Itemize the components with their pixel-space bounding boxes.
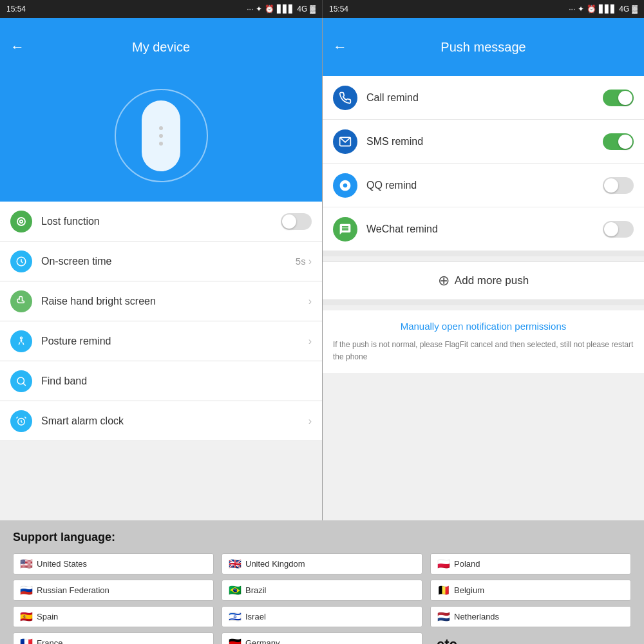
bluetooth-icon-r: ✦: [578, 5, 584, 14]
notification-description: If the push is not normal, please FlagFi…: [333, 340, 633, 361]
find-band-icon: [10, 370, 32, 392]
menu-item-smart-alarm[interactable]: Smart alarm clock ›: [0, 401, 322, 441]
gb-label: United Kingdom: [245, 559, 305, 569]
flag-france[interactable]: 🇫🇷 France: [13, 632, 214, 644]
menu-item-find-band[interactable]: Find band: [0, 361, 322, 401]
device-dot-3: [159, 142, 163, 146]
notification-section: Manually open notification permissions I…: [323, 310, 644, 373]
flag-russian-federation[interactable]: 🇷🇺 Russian Federation: [13, 580, 214, 601]
flag-germany[interactable]: 🇩🇪 Germany: [222, 632, 422, 644]
right-title: Push message: [440, 40, 526, 55]
wechat-remind-icon: [333, 217, 357, 242]
wechat-remind-label: WeChat remind: [366, 223, 603, 235]
push-item-wechat[interactable]: WeChat remind: [323, 207, 644, 251]
alarm-icon-r: ⏰: [587, 5, 596, 14]
es-label: Spain: [37, 612, 58, 621]
call-remind-toggle[interactable]: [603, 90, 634, 106]
flag-poland[interactable]: 🇵🇱 Poland: [430, 553, 631, 574]
us-flag-icon: 🇺🇸: [20, 558, 33, 570]
il-flag-icon: 🇮🇱: [229, 611, 242, 623]
bluetooth-icon: ✦: [256, 5, 262, 14]
posture-remind-icon: [10, 330, 32, 352]
section-divider-1: [323, 251, 644, 256]
smart-alarm-icon: [10, 410, 32, 432]
section-divider-2: [323, 300, 644, 305]
menu-item-lost-function[interactable]: Lost function: [0, 202, 322, 242]
right-status-bar: 15:54 ··· ✦ ⏰ ▋▋▋ 4G ▓: [322, 0, 644, 18]
battery-icon-r: ▓: [632, 5, 638, 14]
ru-label: Russian Federation: [37, 585, 109, 595]
flags-grid: 🇺🇸 United States 🇷🇺 Russian Federation 🇪…: [13, 553, 631, 644]
add-more-push-button[interactable]: ⊕ Add more push: [323, 261, 644, 300]
pl-flag-icon: 🇵🇱: [437, 558, 450, 570]
pl-label: Poland: [454, 559, 480, 569]
flags-column-3: 🇵🇱 Poland 🇧🇪 Belgium 🇳🇱 Netherlands etc: [430, 553, 631, 644]
push-item-qq[interactable]: QQ remind: [323, 164, 644, 207]
flags-column-1: 🇺🇸 United States 🇷🇺 Russian Federation 🇪…: [13, 553, 214, 644]
left-status-bar: 15:54 ··· ✦ ⏰ ▋▋▋ 4G ▓: [0, 0, 322, 18]
right-back-button[interactable]: ←: [333, 39, 347, 55]
dots-icon: ···: [247, 5, 253, 14]
lost-function-label: Lost function: [41, 216, 281, 227]
smart-alarm-label: Smart alarm clock: [41, 415, 308, 427]
find-band-label: Find band: [41, 375, 312, 387]
menu-item-posture-remind[interactable]: Posture remind ›: [0, 321, 322, 361]
flag-spain[interactable]: 🇪🇸 Spain: [13, 606, 214, 627]
lost-function-icon: [10, 211, 32, 232]
de-flag-icon: 🇩🇪: [229, 637, 242, 644]
on-screen-time-icon: [10, 251, 32, 272]
flag-netherlands[interactable]: 🇳🇱 Netherlands: [430, 606, 631, 627]
device-dot-2: [159, 134, 163, 138]
left-header: ← My device: [0, 18, 322, 76]
il-label: Israel: [245, 612, 266, 621]
add-more-push-label: Add more push: [455, 274, 529, 287]
device-inner: [142, 100, 180, 171]
sms-remind-label: SMS remind: [366, 136, 603, 147]
raise-hand-label: Raise hand bright screen: [41, 296, 308, 307]
on-screen-time-label: On-screen time: [41, 256, 296, 267]
device-circle: [115, 89, 208, 182]
network-icon-r: 4G: [619, 5, 629, 14]
us-label: United States: [37, 559, 87, 569]
wechat-remind-toggle[interactable]: [603, 221, 634, 238]
notification-link[interactable]: Manually open notification permissions: [333, 321, 634, 332]
menu-item-raise-hand[interactable]: Raise hand bright screen ›: [0, 281, 322, 321]
right-header: ← Push message: [323, 18, 644, 76]
battery-icon: ▓: [310, 5, 316, 14]
left-status-icons: ··· ✦ ⏰ ▋▋▋ 4G ▓: [247, 5, 316, 14]
be-label: Belgium: [454, 585, 484, 595]
lost-function-toggle[interactable]: [281, 213, 312, 230]
signal-icon-r: ▋▋▋: [599, 5, 616, 14]
raise-hand-icon: [10, 290, 32, 312]
support-language-title: Support language:: [13, 531, 631, 544]
svg-line-5: [23, 383, 25, 385]
posture-remind-chevron: ›: [308, 336, 312, 347]
menu-list: Lost function On-screen time 5s ›: [0, 202, 322, 520]
raise-hand-chevron: ›: [308, 296, 312, 307]
fr-flag-icon: 🇫🇷: [20, 637, 33, 644]
signal-icon: ▋▋▋: [277, 5, 294, 14]
flag-united-kingdom[interactable]: 🇬🇧 United Kingdom: [222, 553, 422, 574]
svg-point-3: [21, 337, 23, 339]
flags-column-2: 🇬🇧 United Kingdom 🇧🇷 Brazil 🇮🇱 Israel 🇩🇪…: [222, 553, 422, 644]
qq-remind-label: QQ remind: [366, 180, 603, 191]
br-label: Brazil: [245, 585, 267, 595]
menu-item-on-screen-time[interactable]: On-screen time 5s ›: [0, 242, 322, 281]
flag-belgium[interactable]: 🇧🇪 Belgium: [430, 580, 631, 601]
flag-israel[interactable]: 🇮🇱 Israel: [222, 606, 422, 627]
nl-label: Netherlands: [454, 612, 499, 621]
qq-remind-toggle[interactable]: [603, 177, 634, 194]
left-back-button[interactable]: ←: [10, 39, 24, 55]
push-item-sms[interactable]: SMS remind: [323, 120, 644, 164]
smart-alarm-chevron: ›: [308, 415, 312, 427]
on-screen-time-chevron: ›: [308, 256, 312, 267]
flag-united-states[interactable]: 🇺🇸 United States: [13, 553, 214, 574]
alarm-icon: ⏰: [265, 5, 274, 14]
be-flag-icon: 🇧🇪: [437, 584, 450, 596]
sms-remind-toggle[interactable]: [603, 133, 634, 150]
flag-brazil[interactable]: 🇧🇷 Brazil: [222, 580, 422, 601]
push-item-call[interactable]: Call remind: [323, 76, 644, 120]
device-dot-1: [159, 126, 163, 130]
ru-flag-icon: 🇷🇺: [20, 584, 33, 596]
right-time: 15:54: [329, 5, 348, 14]
